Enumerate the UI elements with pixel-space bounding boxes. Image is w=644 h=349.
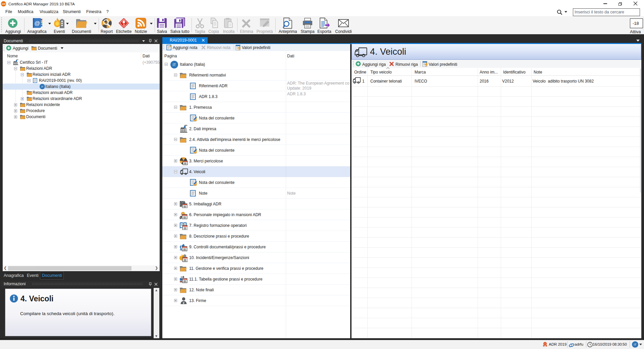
svg-text:@: @ — [34, 20, 40, 27]
svg-text:ADR: ADR — [2, 3, 6, 5]
svg-text:3: 3 — [123, 23, 125, 27]
